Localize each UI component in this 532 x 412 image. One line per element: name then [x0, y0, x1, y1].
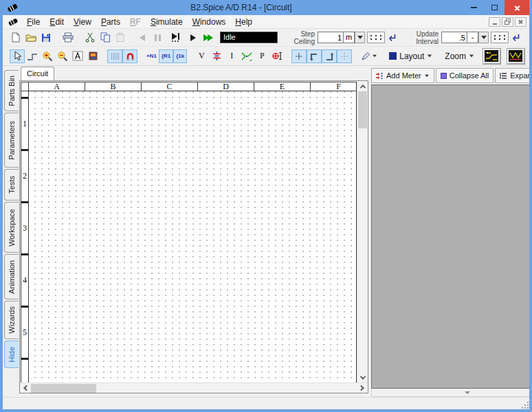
document-menu-icon[interactable] [7, 16, 19, 27]
board-view-alt-button[interactable] [507, 48, 525, 65]
current-probe-button[interactable] [239, 49, 254, 63]
update-interval-input[interactable] [441, 32, 467, 43]
voltage-probe-button[interactable] [209, 49, 224, 63]
horizontal-scroll-thumb[interactable] [31, 384, 96, 393]
collapse-all-button[interactable]: Collapse All [436, 68, 494, 83]
voltage-marker-button[interactable]: V [194, 49, 209, 63]
sim-pause-button [150, 31, 165, 45]
scroll-down-button[interactable] [357, 372, 368, 382]
update-interval-stepper[interactable] [491, 32, 509, 43]
menu-parts[interactable]: Parts [96, 16, 125, 28]
zoom-in-tool-button[interactable] [40, 49, 55, 63]
menu-windows[interactable]: Windows [188, 16, 231, 28]
wire-mode-free-button[interactable] [337, 49, 352, 63]
show-node-names-toggle[interactable]: +N1 [144, 49, 159, 63]
mdi-minimize-button[interactable] [489, 17, 500, 27]
main-area: Parts Bin Parameters Tests Workspace Ani… [3, 66, 529, 397]
sidebar-tab-hide[interactable]: Hide [4, 341, 19, 368]
show-values-toggle[interactable]: {1k [173, 49, 187, 63]
sim-fast-run-button[interactable] [201, 31, 216, 45]
scroll-up-button[interactable] [357, 81, 368, 91]
layout-dropdown[interactable]: Layout [386, 52, 435, 61]
copy-button[interactable] [98, 31, 113, 45]
schematic-canvas[interactable] [29, 91, 356, 382]
collapse-all-label: Collapse All [450, 71, 489, 80]
wire-mode-corner-button[interactable] [307, 49, 322, 63]
resize-grip[interactable] [520, 400, 529, 409]
tab-circuit[interactable]: Circuit [21, 67, 54, 80]
update-interval-unit-dropdown[interactable] [478, 32, 489, 43]
column-header: C [142, 82, 198, 91]
zoom-out-tool-button[interactable] [55, 49, 70, 63]
crosshair-icon [294, 52, 304, 61]
part-image-tool-button[interactable] [85, 49, 100, 63]
board-view-button[interactable] [483, 48, 501, 65]
update-interval-apply-button[interactable] [511, 34, 520, 41]
sim-back-button [135, 31, 150, 45]
row-header: 2 [21, 151, 28, 203]
grid-toggle-button[interactable] [107, 49, 122, 63]
maximize-button[interactable] [484, 0, 505, 15]
vertical-scrollbar[interactable] [357, 81, 368, 382]
current-marker-button[interactable]: I [224, 49, 239, 63]
sidebar-tab-animation[interactable]: Animation [4, 254, 19, 299]
vertical-scroll-thumb[interactable] [358, 91, 367, 128]
row-header-partial [21, 360, 28, 382]
vertical-scroll-track[interactable] [357, 128, 368, 372]
board-traces-icon [485, 50, 498, 62]
stepper-dots-icon [370, 35, 381, 36]
panel-splitter[interactable] [371, 389, 529, 397]
new-file-icon [11, 32, 21, 43]
draw-style-dropdown[interactable] [359, 49, 379, 63]
step-ceiling-unit-dropdown[interactable] [355, 32, 365, 43]
expand-all-icon [500, 72, 507, 80]
open-button[interactable] [23, 31, 38, 45]
wire-tool-button[interactable] [25, 49, 40, 63]
row-header: 3 [21, 203, 28, 255]
new-button[interactable] [8, 31, 23, 45]
show-ref-designators-toggle[interactable]: {R1 [159, 49, 173, 63]
menu-view[interactable]: View [69, 16, 96, 28]
save-button[interactable] [38, 31, 54, 45]
cut-button[interactable] [82, 31, 98, 45]
power-probe-button[interactable] [269, 49, 285, 63]
text-tool-button[interactable] [70, 49, 85, 63]
sidebar-tab-workspace[interactable]: Workspace [4, 202, 19, 253]
mdi-restore-button[interactable] [502, 17, 513, 27]
ref-designators-label: {R1 [162, 53, 170, 59]
select-tool-button[interactable] [10, 49, 25, 63]
power-marker-button[interactable]: P [254, 49, 269, 63]
snap-toggle-button[interactable] [122, 49, 137, 63]
magnet-icon [125, 52, 135, 61]
menu-help[interactable]: Help [230, 16, 257, 28]
sidebar-tab-parameters[interactable]: Parameters [4, 113, 19, 168]
mdi-close-button[interactable] [515, 17, 527, 27]
horizontal-scrollbar[interactable] [20, 382, 368, 393]
window-title: B2.Spice A/D R14 - [Circuit] [19, 3, 463, 12]
expand-all-button[interactable]: Expand All [495, 68, 529, 83]
menu-simulate[interactable]: Simulate [146, 16, 188, 28]
minimize-button[interactable] [463, 0, 484, 15]
close-button[interactable] [505, 0, 529, 15]
zoom-label: Zoom [445, 52, 466, 61]
sidebar-tab-tests[interactable]: Tests [4, 169, 19, 201]
step-ceiling-stepper[interactable] [367, 32, 385, 43]
step-ceiling-apply-button[interactable] [388, 34, 396, 41]
wire-mode-any-button[interactable] [291, 49, 307, 63]
add-meter-button[interactable]: Add Meter [371, 68, 434, 83]
scroll-left-button[interactable] [20, 383, 31, 393]
scroll-right-button[interactable] [357, 383, 368, 393]
chevron-left-icon [23, 385, 29, 391]
sim-step-button[interactable] [165, 31, 186, 45]
sidebar-tab-parts-bin[interactable]: Parts Bin [4, 70, 19, 111]
menu-file[interactable]: File [22, 16, 45, 28]
pen-icon [361, 52, 370, 61]
step-ceiling-input[interactable] [318, 32, 344, 43]
sidebar-tab-wizards[interactable]: Wizards [4, 301, 19, 339]
menu-edit[interactable]: Edit [45, 16, 69, 28]
sim-run-button[interactable] [186, 31, 201, 45]
wire-mode-corner2-button[interactable] [322, 49, 337, 63]
print-button[interactable] [60, 31, 76, 45]
zoom-dropdown[interactable]: Zoom [442, 52, 477, 61]
paste-icon [115, 32, 125, 43]
